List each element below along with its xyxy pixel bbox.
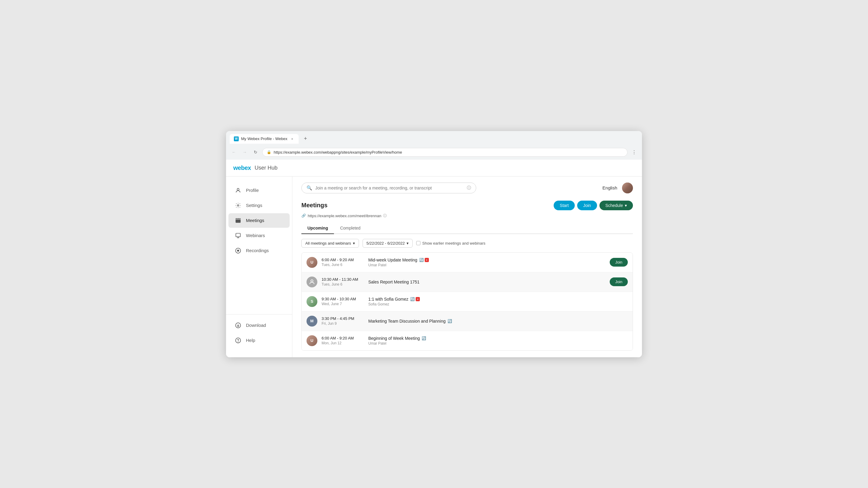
- tab-close-button[interactable]: ×: [290, 136, 294, 141]
- recur-icon-5: 🔄: [422, 336, 426, 340]
- meeting-name-4: Marketing Team Discussion and Planning: [368, 319, 446, 324]
- sidebar-download-label: Download: [246, 323, 266, 328]
- meetings-header: Meetings Start Join Schedule ▾: [301, 201, 633, 210]
- sidebar-item-meetings[interactable]: Meetings: [228, 213, 290, 228]
- meeting-avatar-1: U: [307, 257, 317, 268]
- app-header: webex User Hub: [226, 160, 642, 176]
- browser-menu-button[interactable]: ⋮: [630, 148, 638, 156]
- sidebar-item-help[interactable]: Help: [228, 333, 290, 348]
- meetings-actions: Start Join Schedule ▾: [554, 201, 633, 210]
- schedule-button[interactable]: Schedule ▾: [599, 201, 633, 210]
- meeting-time-col-5: 6:00 AM - 9:20 AM Mon, Jun 12: [321, 336, 368, 345]
- reload-button[interactable]: ↻: [251, 148, 260, 156]
- meeting-list: U 6:00 AM - 9:20 AM Tues, June 6 Mid-wee…: [301, 253, 633, 351]
- sidebar-item-profile[interactable]: Profile: [228, 183, 290, 198]
- address-bar[interactable]: 🔒 https://example.webex.com/webappng/sit…: [262, 148, 627, 157]
- app-name: User Hub: [255, 165, 278, 171]
- sidebar-item-webinars[interactable]: Webinars: [228, 228, 290, 243]
- url-text: https://example.webex.com/webappng/sites…: [274, 150, 402, 155]
- svg-point-1: [238, 204, 239, 206]
- meeting-url-text: https://example.webex.com/meet/ibrennan: [308, 214, 381, 218]
- tab-title: My Webex Profile - Webex: [241, 136, 287, 141]
- meeting-type-chevron-icon: ▾: [353, 241, 355, 246]
- meeting-tabs: Upcoming Completed: [301, 223, 633, 234]
- browser-chrome: My Webex Profile - Webex × + ← → ↻ 🔒 htt…: [226, 131, 642, 160]
- sidebar-profile-label: Profile: [246, 188, 259, 193]
- meetings-title: Meetings: [301, 202, 328, 209]
- new-tab-button[interactable]: +: [301, 135, 310, 143]
- profile-icon: [235, 187, 242, 194]
- show-earlier-checkbox-label[interactable]: Show earlier meetings and webinars: [416, 241, 486, 246]
- sidebar-item-recordings[interactable]: Recordings: [228, 243, 290, 258]
- meetings-section: Meetings Start Join Schedule ▾ 🔗 htt: [301, 201, 633, 351]
- meeting-type-label: All meetings and webinars: [305, 241, 351, 246]
- meeting-date-2: Tues, June 6: [321, 282, 368, 287]
- meeting-type-filter[interactable]: All meetings and webinars ▾: [301, 239, 359, 248]
- join-button[interactable]: Join: [577, 201, 597, 210]
- forward-button[interactable]: →: [241, 148, 249, 156]
- tab-favicon: [234, 136, 239, 141]
- sidebar-item-download[interactable]: Download: [228, 318, 290, 332]
- sidebar-bottom: Download Help: [226, 314, 292, 351]
- main-layout: Profile Settings: [226, 176, 642, 357]
- webex-logo: webex User Hub: [233, 164, 278, 171]
- top-bar-right: English: [602, 183, 633, 193]
- svg-point-0: [237, 188, 239, 190]
- meeting-name-5: Beginning of Week Meeting: [368, 336, 420, 341]
- search-input[interactable]: [315, 186, 464, 190]
- date-range-filter[interactable]: 5/22/2022 - 6/22/2022 ▾: [363, 239, 412, 248]
- meeting-info-2: Sales Report Meeting 1751: [368, 280, 606, 284]
- meeting-time-3: 9:30 AM - 10:30 AM: [321, 297, 368, 301]
- meeting-name-row-5: Beginning of Week Meeting 🔄: [368, 336, 628, 341]
- meeting-info-4: Marketing Team Discussion and Planning 🔄: [368, 319, 628, 324]
- meeting-icons-4: 🔄: [447, 319, 452, 323]
- sidebar-item-settings[interactable]: Settings: [228, 198, 290, 213]
- recur-icon-1: 🔄: [419, 258, 424, 262]
- tab-completed[interactable]: Completed: [334, 223, 367, 234]
- recordings-icon: [235, 247, 242, 254]
- meeting-date-4: Fri, Jun 9: [321, 321, 368, 326]
- meeting-avatar-5: U: [307, 335, 317, 346]
- meeting-join-btn-2[interactable]: Join: [610, 278, 628, 286]
- meeting-avatar-3: S: [307, 296, 317, 307]
- sidebar-meetings-label: Meetings: [246, 218, 264, 223]
- user-avatar-image: [622, 183, 633, 193]
- meeting-name-row-3: 1:1 with Sofia Gomez 🔄: [368, 297, 628, 301]
- meeting-host-5: Umar Patel: [368, 341, 628, 346]
- top-bar: 🔍 ⓘ English: [301, 183, 633, 193]
- url-info-icon[interactable]: ⓘ: [383, 213, 387, 218]
- rec-badge-3: [415, 297, 420, 301]
- meeting-info-1: Mid-week Update Meeting 🔄 Umar Patel: [368, 258, 606, 267]
- language-selector[interactable]: English: [602, 185, 617, 190]
- search-info-icon[interactable]: ⓘ: [467, 185, 471, 191]
- user-avatar[interactable]: [622, 183, 633, 193]
- sidebar-help-label: Help: [246, 338, 255, 343]
- meeting-avatar-4: M: [307, 316, 317, 327]
- settings-icon: [235, 202, 242, 209]
- search-bar[interactable]: 🔍 ⓘ: [301, 183, 476, 193]
- sidebar-recordings-label: Recordings: [246, 248, 269, 253]
- meeting-time-5: 6:00 AM - 9:20 AM: [321, 336, 368, 340]
- svg-point-10: [311, 280, 313, 282]
- recur-icon-4: 🔄: [447, 319, 452, 323]
- meeting-join-btn-1[interactable]: Join: [610, 258, 628, 267]
- meeting-row: U 6:00 AM - 9:20 AM Mon, Jun 12 Beginnin…: [302, 331, 632, 350]
- meeting-time-col-3: 9:30 AM - 10:30 AM Wed, June 7: [321, 297, 368, 306]
- meeting-icons-1: 🔄: [419, 258, 429, 262]
- meeting-row: 10:30 AM - 11:30 AM Tues, June 6 Sales R…: [302, 272, 632, 292]
- show-earlier-checkbox[interactable]: [416, 241, 421, 245]
- back-button[interactable]: ←: [230, 148, 238, 156]
- meeting-name-row-1: Mid-week Update Meeting 🔄: [368, 258, 606, 262]
- meeting-row: M 3:30 PM - 4:45 PM Fri, Jun 9 Marketing…: [302, 312, 632, 331]
- date-range-chevron-icon: ▾: [407, 241, 409, 246]
- show-earlier-label: Show earlier meetings and webinars: [422, 241, 486, 246]
- start-button[interactable]: Start: [554, 201, 575, 210]
- rec-badge-1: [425, 258, 429, 262]
- meeting-row: U 6:00 AM - 9:20 AM Tues, June 6 Mid-wee…: [302, 253, 632, 272]
- link-icon: 🔗: [301, 214, 306, 218]
- meeting-host-1: Umar Patel: [368, 263, 606, 267]
- meeting-date-3: Wed, June 7: [321, 302, 368, 306]
- tab-upcoming[interactable]: Upcoming: [301, 223, 334, 234]
- browser-tab-active[interactable]: My Webex Profile - Webex ×: [230, 134, 299, 144]
- meeting-time-col-2: 10:30 AM - 11:30 AM Tues, June 6: [321, 277, 368, 287]
